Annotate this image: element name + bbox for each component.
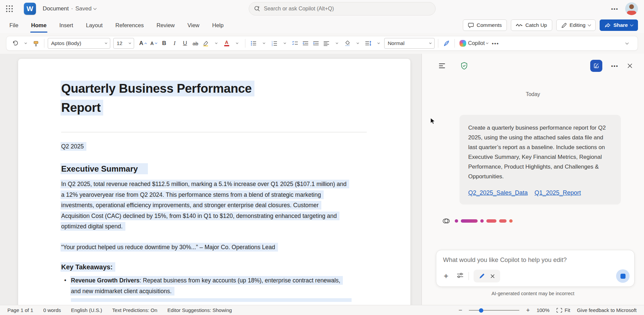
copilot-input[interactable] bbox=[436, 250, 634, 264]
document-canvas: Quarterly Business Performance Report Q2… bbox=[0, 54, 421, 305]
main-area: Quarterly Business Performance Report Q2… bbox=[0, 54, 644, 305]
copilot-input-box[interactable]: + bbox=[436, 250, 635, 287]
editor-suggestions[interactable]: Editor Suggestions: Showing bbox=[167, 307, 232, 313]
tab-home[interactable]: Home bbox=[31, 21, 47, 30]
toolbar-region: Aptos (Body) 12 A A B I U ab A 123 bbox=[0, 33, 644, 54]
attachments-row: Q2_2025_Sales_Data Q1_2025_Report bbox=[468, 189, 612, 196]
bullet-glyph: • bbox=[61, 275, 71, 302]
search-input[interactable] bbox=[264, 6, 431, 12]
copilot-button[interactable]: Copilot bbox=[458, 38, 489, 49]
stop-generating-button[interactable] bbox=[616, 269, 630, 283]
undo-button[interactable] bbox=[10, 38, 20, 49]
catch-up-icon bbox=[516, 23, 523, 28]
tab-file[interactable]: File bbox=[9, 21, 19, 30]
page-count[interactable]: Page 1 of 1 bbox=[7, 307, 33, 313]
next-line-highlight bbox=[71, 298, 352, 302]
edit-mode-chip[interactable] bbox=[474, 270, 500, 282]
document-title-group[interactable]: Document · Saved bbox=[43, 5, 96, 12]
new-chat-button[interactable] bbox=[590, 60, 602, 72]
status-left: Page 1 of 1 0 words English (U.S.) Text … bbox=[7, 307, 232, 313]
word-logo[interactable]: W bbox=[24, 3, 36, 15]
underline-button[interactable]: U bbox=[180, 38, 190, 49]
add-content-icon[interactable]: + bbox=[442, 271, 450, 281]
attachment-link-q1-report[interactable]: Q1_2025_Report bbox=[534, 189, 581, 196]
panel-more-icon[interactable]: ••• bbox=[611, 63, 618, 69]
increase-indent-button[interactable] bbox=[311, 38, 321, 49]
align-button[interactable] bbox=[322, 38, 331, 49]
fit-icon bbox=[556, 308, 562, 313]
app-launcher-icon[interactable] bbox=[6, 5, 13, 12]
decrease-indent-button[interactable] bbox=[301, 38, 310, 49]
shading-button[interactable] bbox=[343, 38, 352, 49]
input-controls: + bbox=[442, 269, 630, 283]
shading-menu-chevron[interactable] bbox=[353, 38, 362, 49]
protected-shield-icon[interactable] bbox=[461, 62, 468, 70]
font-name-select[interactable]: Aptos (Body) bbox=[48, 38, 110, 49]
tab-help[interactable]: Help bbox=[211, 21, 224, 30]
separator-dot: · bbox=[71, 5, 73, 12]
toolbar-overflow-button[interactable]: ••• bbox=[490, 38, 500, 49]
font-color-menu-chevron[interactable] bbox=[232, 38, 242, 49]
shrink-font-button[interactable]: A bbox=[149, 38, 158, 49]
editing-mode-button[interactable]: Editing bbox=[556, 19, 596, 31]
document-name[interactable]: Document bbox=[43, 5, 69, 12]
copilot-panel-header: ••• bbox=[439, 58, 633, 73]
user-message-card: Create a quarterly business performance … bbox=[459, 115, 621, 205]
tab-review[interactable]: Review bbox=[156, 21, 175, 30]
editor-button[interactable] bbox=[442, 38, 451, 49]
chip-close-icon[interactable] bbox=[490, 274, 495, 278]
bullet-menu-chevron[interactable] bbox=[259, 38, 269, 49]
language[interactable]: English (U.S.) bbox=[71, 307, 102, 313]
panel-close-icon[interactable] bbox=[627, 63, 633, 69]
line-spacing-menu-chevron[interactable] bbox=[374, 38, 383, 49]
highlight-menu-chevron[interactable] bbox=[211, 38, 221, 49]
text-predictions[interactable]: Text Predictions: On bbox=[112, 307, 157, 313]
zoom-in-button[interactable]: + bbox=[526, 307, 530, 314]
numbered-list-button[interactable]: 123 bbox=[270, 38, 279, 49]
document-page[interactable]: Quarterly Business Performance Report Q2… bbox=[18, 58, 411, 305]
top-right-group: ••• bbox=[611, 0, 638, 17]
chat-history-icon[interactable] bbox=[439, 63, 446, 69]
formatting-toolbar: Aptos (Body) 12 A A B I U ab A 123 bbox=[6, 36, 638, 51]
chevron-down-icon[interactable] bbox=[93, 6, 97, 10]
ribbon-tabs: File Home Insert Layout References Revie… bbox=[9, 21, 224, 30]
tab-view[interactable]: View bbox=[187, 21, 200, 30]
numbered-menu-chevron[interactable] bbox=[280, 38, 289, 49]
highlight-button[interactable] bbox=[201, 38, 210, 49]
tab-references[interactable]: References bbox=[115, 21, 144, 30]
strikethrough-button[interactable]: ab bbox=[191, 38, 200, 49]
bullet-list-button[interactable] bbox=[249, 38, 258, 49]
zoom-level[interactable]: 100% bbox=[536, 307, 549, 313]
checklist-button[interactable] bbox=[290, 38, 300, 49]
bold-button[interactable]: B bbox=[159, 38, 169, 49]
font-size-select[interactable]: 12 bbox=[113, 38, 134, 49]
styles-select[interactable]: Normal bbox=[384, 38, 435, 49]
grow-font-button[interactable]: A bbox=[138, 38, 148, 49]
format-painter-button[interactable] bbox=[31, 38, 41, 49]
header-actions: Comments Catch Up Editing Share bbox=[463, 19, 638, 31]
collapse-ribbon-chevron[interactable] bbox=[622, 38, 632, 49]
zoom-slider-knob[interactable] bbox=[479, 308, 483, 313]
italic-button[interactable]: I bbox=[170, 38, 179, 49]
zoom-out-button[interactable]: − bbox=[458, 307, 462, 314]
feedback-link[interactable]: Give feedback to Microsoft bbox=[577, 307, 637, 313]
comments-button[interactable]: Comments bbox=[463, 19, 507, 31]
options-sliders-icon[interactable] bbox=[456, 272, 464, 280]
catch-up-button[interactable]: Catch Up bbox=[511, 19, 552, 31]
undo-menu-chevron[interactable] bbox=[21, 38, 30, 49]
tab-layout[interactable]: Layout bbox=[85, 21, 104, 30]
search-bar[interactable] bbox=[249, 2, 436, 15]
fit-button[interactable]: Fit bbox=[556, 307, 570, 313]
share-button[interactable]: Share bbox=[600, 19, 638, 31]
avatar[interactable] bbox=[625, 2, 638, 15]
attachment-link-sales-data[interactable]: Q2_2025_Sales_Data bbox=[468, 189, 528, 196]
word-count[interactable]: 0 words bbox=[43, 307, 61, 313]
align-menu-chevron[interactable] bbox=[332, 38, 341, 49]
tab-insert[interactable]: Insert bbox=[58, 21, 74, 30]
top-more-icon[interactable]: ••• bbox=[611, 6, 618, 12]
zoom-slider[interactable] bbox=[469, 308, 519, 313]
line-spacing-button[interactable] bbox=[363, 38, 373, 49]
copilot-panel: ••• Today Create a quarterly business pe… bbox=[421, 54, 644, 305]
font-color-button[interactable]: A bbox=[222, 38, 231, 49]
chevron-down-icon bbox=[486, 41, 488, 44]
